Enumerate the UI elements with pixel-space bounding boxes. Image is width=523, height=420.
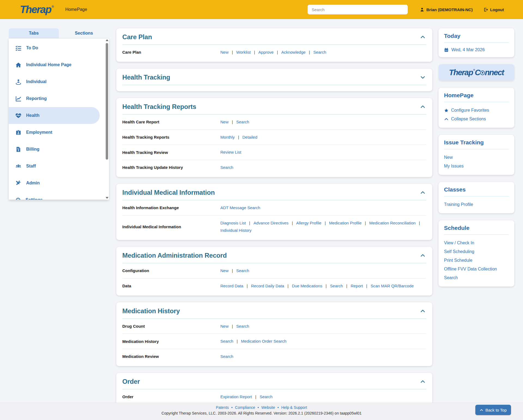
link-separator: | bbox=[236, 339, 239, 343]
chevron-up-icon[interactable] bbox=[419, 103, 426, 110]
chevron-up-icon[interactable] bbox=[419, 252, 426, 259]
right-card-title: Classes bbox=[444, 186, 509, 193]
link-new[interactable]: New bbox=[444, 153, 509, 162]
sidebar-item-reporting[interactable]: Reporting bbox=[9, 90, 109, 107]
link-diagnosis-list[interactable]: Diagnosis List bbox=[220, 221, 246, 225]
link-approve[interactable]: Approve bbox=[259, 50, 274, 54]
footer-separator: • bbox=[276, 405, 280, 410]
link-review-list[interactable]: Review List bbox=[220, 150, 241, 154]
link-medication-reconciliation[interactable]: Medication Reconciliation bbox=[369, 221, 416, 225]
link-print-schedule[interactable]: Print Schedule bbox=[444, 256, 509, 265]
link-expiration-report[interactable]: Expiration Report bbox=[220, 394, 252, 399]
chevron-down-icon[interactable] bbox=[419, 74, 426, 81]
link-search[interactable]: Search bbox=[236, 120, 249, 124]
link-report[interactable]: Report bbox=[351, 284, 363, 288]
therap-connect-banner[interactable]: Therap®Cnnect bbox=[439, 64, 514, 81]
footer-link-patents[interactable]: Patents bbox=[216, 405, 229, 410]
tab-tabs[interactable]: Tabs bbox=[9, 28, 59, 38]
link-monthly[interactable]: Monthly bbox=[220, 135, 235, 139]
link-separator: | bbox=[324, 284, 328, 288]
section-header: Health Tracking bbox=[122, 74, 426, 81]
link-new[interactable]: New bbox=[220, 324, 229, 328]
link-new[interactable]: New bbox=[220, 50, 229, 54]
link-collapse-sections[interactable]: Collapse Sections bbox=[444, 115, 509, 123]
sidebar-item-to-do[interactable]: To Do bbox=[9, 39, 109, 56]
sidebar-item-settings[interactable]: ⚙Settings bbox=[9, 191, 109, 200]
sidebar-item-staff[interactable]: Staff bbox=[9, 158, 109, 175]
right-link-label: My Issues bbox=[444, 164, 464, 169]
footer-link-compliance[interactable]: Compliance bbox=[235, 405, 255, 410]
logout-button[interactable]: Logout bbox=[484, 7, 504, 12]
sidebar-item-individual[interactable]: Individual bbox=[9, 73, 109, 90]
link-offline-fvv-data-collection[interactable]: Offline FVV Data Collection bbox=[444, 265, 509, 273]
link-detailed[interactable]: Detailed bbox=[242, 135, 257, 139]
chevron-up-icon[interactable] bbox=[419, 378, 426, 385]
scroll-down-arrow-icon[interactable] bbox=[106, 197, 108, 199]
link-worklist[interactable]: Worklist bbox=[236, 50, 251, 54]
link-record-data[interactable]: Record Data bbox=[220, 284, 243, 288]
link-search[interactable]: Search bbox=[260, 394, 273, 399]
tab-sections[interactable]: Sections bbox=[59, 28, 109, 38]
right-sidebar: Today Wed, 4 Mar 2026 Therap®Cnnect Home… bbox=[439, 28, 514, 294]
link-self-scheduling[interactable]: Self Scheduling bbox=[444, 247, 509, 256]
sidebar-item-billing[interactable]: $Billing bbox=[9, 141, 109, 158]
link-search[interactable]: Search bbox=[220, 165, 233, 170]
link-search[interactable]: Search bbox=[220, 339, 233, 343]
back-to-top-button[interactable]: Back to Top bbox=[475, 405, 511, 415]
link-search[interactable]: Search bbox=[330, 284, 343, 288]
link-configure-favorites[interactable]: Configure Favorites bbox=[444, 106, 509, 115]
chevron-up-icon[interactable] bbox=[419, 34, 426, 41]
footer-separator: • bbox=[257, 405, 260, 410]
scrollbar-thumb[interactable] bbox=[106, 43, 108, 160]
sidebar-item-health[interactable]: Health bbox=[9, 107, 100, 124]
connect-brand-right: Cnnect bbox=[475, 68, 504, 77]
sidebar-scrollbar[interactable] bbox=[105, 39, 108, 199]
link-acknowledge[interactable]: Acknowledge bbox=[281, 50, 306, 54]
link-due-medications[interactable]: Due Medications bbox=[292, 284, 322, 288]
section-header: Care Plan bbox=[122, 33, 426, 41]
module-row: Health Tracking ReportsMonthly | Detaile… bbox=[122, 129, 426, 145]
module-links: Search bbox=[220, 353, 426, 360]
link-individual-history[interactable]: Individual History bbox=[220, 228, 251, 233]
link-search[interactable]: Search bbox=[236, 268, 249, 273]
right-link-label: Self Scheduling bbox=[444, 249, 474, 254]
search-input[interactable] bbox=[308, 5, 408, 14]
link-record-daily-data[interactable]: Record Daily Data bbox=[251, 284, 284, 288]
module-row: ConfigurationNew | Search bbox=[122, 263, 426, 278]
section-rows: OrderExpiration Report | Search bbox=[122, 389, 426, 403]
link-view-check-in[interactable]: View / Check In bbox=[444, 239, 509, 247]
footer-link-help-support[interactable]: Help & Support bbox=[281, 405, 307, 410]
user-menu[interactable]: Brian (DEMOTRAIN-NC) bbox=[420, 7, 473, 12]
sidebar-item-individual-home-page[interactable]: Individual Home Page bbox=[9, 56, 109, 73]
link-allergy-profile[interactable]: Allergy Profile bbox=[296, 221, 321, 225]
section-card-order: OrderOrderExpiration Report | Search bbox=[116, 373, 432, 403]
link-search[interactable]: Search bbox=[220, 354, 233, 359]
link-scan-mar-qr-barcode[interactable]: Scan MAR QR/Barcode bbox=[370, 284, 413, 288]
link-advance-directives[interactable]: Advance Directives bbox=[254, 221, 288, 225]
link-medication-order-search[interactable]: Medication Order Search bbox=[241, 339, 287, 343]
link-search[interactable]: Search bbox=[444, 273, 509, 282]
link-training-profile[interactable]: Training Profile bbox=[444, 200, 509, 209]
sidebar-item-admin[interactable]: Admin bbox=[9, 175, 109, 191]
link-my-issues[interactable]: My Issues bbox=[444, 162, 509, 171]
right-card-title: Schedule bbox=[444, 225, 509, 231]
module-row: Medication ReviewSearch bbox=[122, 349, 426, 364]
right-link-label: Offline FVV Data Collection bbox=[444, 267, 497, 272]
link-medication-profile[interactable]: Medication Profile bbox=[329, 221, 361, 225]
link-search[interactable]: Search bbox=[236, 324, 249, 328]
link-adt-message-search[interactable]: ADT Message Search bbox=[220, 205, 260, 210]
chevron-up-icon[interactable] bbox=[419, 189, 426, 196]
scroll-up-arrow-icon[interactable] bbox=[106, 39, 108, 41]
link-search[interactable]: Search bbox=[313, 50, 326, 54]
footer-link-website[interactable]: Website bbox=[261, 405, 275, 410]
therap-logo[interactable]: Therap ® bbox=[20, 4, 54, 15]
link-separator: | bbox=[245, 284, 249, 288]
sidebar-item-employment[interactable]: Employment bbox=[9, 124, 109, 141]
link-separator: | bbox=[231, 324, 234, 328]
right-link-label: Print Schedule bbox=[444, 258, 472, 263]
brand-text: Therap bbox=[20, 4, 51, 15]
link-new[interactable]: New bbox=[220, 120, 229, 124]
sidebar-panel: To DoIndividual Home PageIndividualRepor… bbox=[9, 38, 109, 200]
link-new[interactable]: New bbox=[220, 268, 229, 273]
chevron-up-icon[interactable] bbox=[419, 308, 426, 315]
